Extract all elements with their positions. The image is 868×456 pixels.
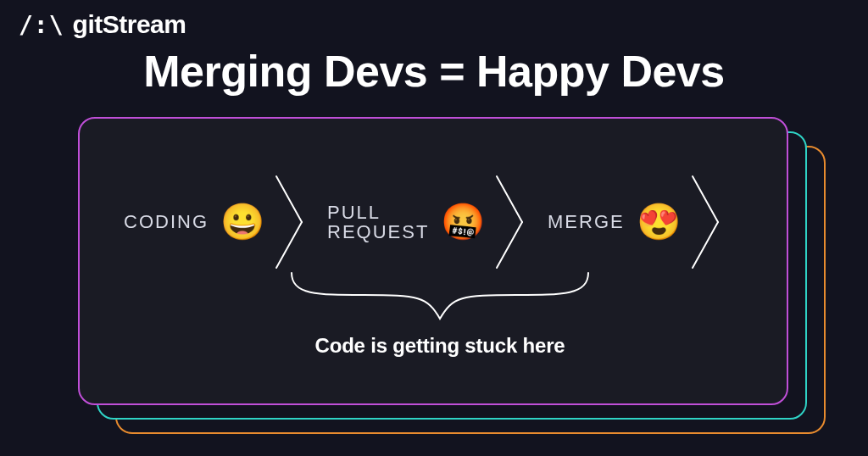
logo-text: gitStream xyxy=(73,10,186,39)
svg-line-3 xyxy=(497,222,522,268)
chevron-icon xyxy=(493,171,527,273)
card-front: CODING 😀 PULLREQUEST 🤬 MERGE 😍 Co xyxy=(78,117,788,405)
logo: /:\ gitStream xyxy=(19,10,186,39)
chevron-icon xyxy=(689,171,723,273)
logo-mark-icon: /:\ xyxy=(19,11,64,39)
svg-line-1 xyxy=(276,222,302,268)
step-label: PULLREQUEST xyxy=(327,203,429,242)
svg-line-0 xyxy=(276,176,302,222)
chevron-icon xyxy=(273,171,307,273)
step-coding: CODING 😀 xyxy=(114,204,273,240)
brace-caption: Code is getting stuck here xyxy=(283,334,597,358)
cursing-face-icon: 🤬 xyxy=(441,204,485,240)
brace-annotation: Code is getting stuck here xyxy=(283,270,597,358)
curly-brace-icon xyxy=(283,270,597,329)
step-label: CODING xyxy=(124,212,209,231)
step-pull-request: PULLREQUEST 🤬 xyxy=(307,203,493,242)
svg-line-2 xyxy=(497,176,522,222)
step-merge: MERGE 😍 xyxy=(527,204,689,240)
headline: Merging Devs = Happy Devs xyxy=(0,46,868,97)
heart-eyes-face-icon: 😍 xyxy=(637,204,681,240)
grinning-face-icon: 😀 xyxy=(220,204,264,240)
svg-line-4 xyxy=(693,176,718,222)
step-label: MERGE xyxy=(548,212,625,231)
svg-line-5 xyxy=(693,222,718,268)
flow-steps: CODING 😀 PULLREQUEST 🤬 MERGE 😍 xyxy=(114,171,753,273)
